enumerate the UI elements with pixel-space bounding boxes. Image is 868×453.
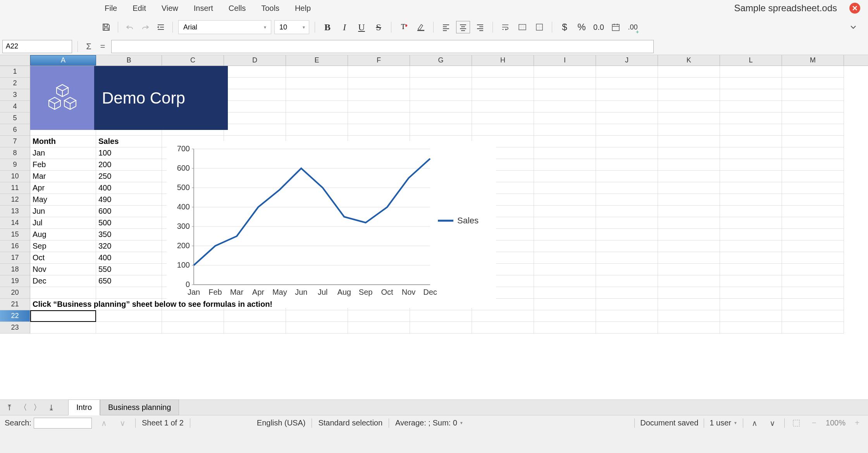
cell-A13[interactable]: Jun [30, 206, 96, 217]
col-header-B[interactable]: B [96, 55, 162, 66]
cell-I20[interactable] [534, 287, 596, 299]
borders-button[interactable] [532, 20, 546, 34]
last-sheet-button[interactable]: ⤓ [45, 401, 57, 414]
cell-I1[interactable] [534, 66, 596, 78]
align-left-button[interactable] [439, 20, 453, 34]
cell-J3[interactable] [596, 89, 658, 101]
cell-H5[interactable] [472, 112, 534, 124]
cell-K16[interactable] [658, 240, 720, 252]
row-header-4[interactable]: 4 [0, 101, 30, 112]
cell-L20[interactable] [720, 287, 782, 299]
row-header-17[interactable]: 17 [0, 252, 30, 264]
cell-J5[interactable] [596, 112, 658, 124]
cell-K8[interactable] [658, 147, 720, 159]
cell-I5[interactable] [534, 112, 596, 124]
date-format-button[interactable] [609, 20, 623, 34]
cell-F5[interactable] [348, 112, 410, 124]
cell-L10[interactable] [720, 171, 782, 182]
cell-M6[interactable] [782, 124, 844, 136]
scroll-down-button[interactable]: ∨ [766, 417, 779, 429]
cell-L5[interactable] [720, 112, 782, 124]
cell-J2[interactable] [596, 78, 658, 89]
row-header-22[interactable]: 22 [0, 310, 30, 322]
search-input[interactable] [34, 418, 92, 429]
cell-I21[interactable] [534, 299, 596, 310]
cell-M9[interactable] [782, 159, 844, 171]
cell-E1[interactable] [286, 66, 348, 78]
cell-H3[interactable] [472, 89, 534, 101]
search-next-button[interactable]: ∨ [117, 417, 129, 429]
cell-L9[interactable] [720, 159, 782, 171]
cell-J14[interactable] [596, 217, 658, 229]
cell-B8[interactable]: 100 [96, 147, 162, 159]
cell-L17[interactable] [720, 252, 782, 264]
cell-D6[interactable] [224, 124, 286, 136]
cell-M7[interactable] [782, 136, 844, 147]
zoom-level[interactable]: 100% [826, 418, 846, 427]
cell-F1[interactable] [348, 66, 410, 78]
cell-B9[interactable]: 200 [96, 159, 162, 171]
row-header-15[interactable]: 15 [0, 229, 30, 240]
cell-M22[interactable] [782, 310, 844, 322]
col-header-F[interactable]: F [348, 55, 410, 66]
cell-K17[interactable] [658, 252, 720, 264]
row-header-14[interactable]: 14 [0, 217, 30, 229]
cell-J21[interactable] [596, 299, 658, 310]
cell-B11[interactable]: 400 [96, 182, 162, 194]
cell-I11[interactable] [534, 182, 596, 194]
cell-A16[interactable]: Sep [30, 240, 96, 252]
col-header-M[interactable]: M [782, 55, 844, 66]
font-color-button[interactable]: T [397, 20, 411, 34]
cell-L3[interactable] [720, 89, 782, 101]
font-size-select[interactable]: 10 [274, 20, 309, 34]
cell-I3[interactable] [534, 89, 596, 101]
cell-H22[interactable] [472, 310, 534, 322]
row-header-19[interactable]: 19 [0, 275, 30, 287]
cell-I18[interactable] [534, 264, 596, 275]
row-header-9[interactable]: 9 [0, 159, 30, 171]
cell-I4[interactable] [534, 101, 596, 112]
cell-L21[interactable] [720, 299, 782, 310]
cell-L11[interactable] [720, 182, 782, 194]
cell-K2[interactable] [658, 78, 720, 89]
sheet-tab-intro[interactable]: Intro [68, 399, 100, 415]
col-header-K[interactable]: K [658, 55, 720, 66]
cell-I17[interactable] [534, 252, 596, 264]
strikethrough-button[interactable]: S [372, 20, 386, 34]
cell-I6[interactable] [534, 124, 596, 136]
cell-B14[interactable]: 500 [96, 217, 162, 229]
cell-E4[interactable] [286, 101, 348, 112]
currency-button[interactable]: $ [558, 20, 572, 34]
col-header-A[interactable]: A [30, 55, 96, 66]
wrap-text-button[interactable] [498, 20, 512, 34]
cell-M11[interactable] [782, 182, 844, 194]
cell-D2[interactable] [224, 78, 286, 89]
cell-I7[interactable] [534, 136, 596, 147]
add-decimal-button[interactable]: .00+ [626, 20, 640, 34]
cell-G22[interactable] [410, 310, 472, 322]
cell-I8[interactable] [534, 147, 596, 159]
cell-I9[interactable] [534, 159, 596, 171]
cell-F6[interactable] [348, 124, 410, 136]
prev-sheet-button[interactable]: 〈 [17, 401, 29, 414]
col-header-E[interactable]: E [286, 55, 348, 66]
cell-I2[interactable] [534, 78, 596, 89]
summary-indicator[interactable]: Average: ; Sum: 0 ▼ [395, 418, 463, 427]
row-header-11[interactable]: 11 [0, 182, 30, 194]
cell-C22[interactable] [162, 310, 224, 322]
cell-F4[interactable] [348, 101, 410, 112]
cell-K11[interactable] [658, 182, 720, 194]
cell-K23[interactable] [658, 322, 720, 334]
cell-J17[interactable] [596, 252, 658, 264]
cell-L19[interactable] [720, 275, 782, 287]
cell-M4[interactable] [782, 101, 844, 112]
cell-G4[interactable] [410, 101, 472, 112]
cell-J23[interactable] [596, 322, 658, 334]
cell-E5[interactable] [286, 112, 348, 124]
cell-K1[interactable] [658, 66, 720, 78]
cell-J20[interactable] [596, 287, 658, 299]
cell-M8[interactable] [782, 147, 844, 159]
cell-M21[interactable] [782, 299, 844, 310]
cell-K14[interactable] [658, 217, 720, 229]
menu-cells[interactable]: Cells [221, 1, 253, 16]
